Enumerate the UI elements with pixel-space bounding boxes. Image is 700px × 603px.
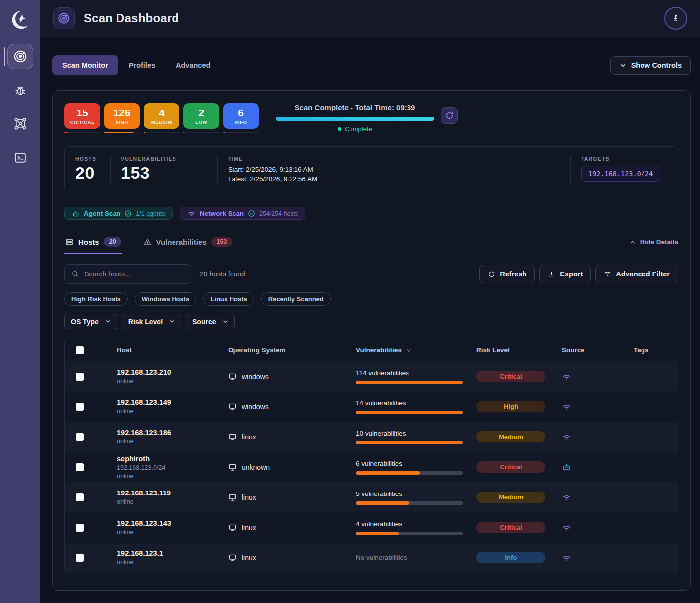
monitor-icon bbox=[228, 433, 237, 441]
hosts-count: 20 bbox=[75, 164, 110, 183]
row-checkbox[interactable] bbox=[76, 493, 84, 501]
risk-badge: High bbox=[476, 401, 545, 412]
user-avatar[interactable] bbox=[664, 7, 687, 30]
sidebar-item-scan[interactable] bbox=[7, 44, 33, 69]
chevron-up-icon bbox=[629, 239, 636, 246]
vuln-count-label: 4 vulnerabilities bbox=[356, 520, 476, 528]
host-subnet: 192.168.123.0/24 bbox=[117, 464, 228, 471]
row-checkbox[interactable] bbox=[76, 554, 84, 562]
page-title: Scan Dashboard bbox=[84, 11, 179, 25]
col-host[interactable]: Host bbox=[117, 346, 228, 354]
tab-scan-monitor[interactable]: Scan Monitor bbox=[52, 55, 118, 75]
os-type-select[interactable]: OS Type bbox=[64, 314, 117, 329]
vuln-count-label: 14 vulnerabilities bbox=[356, 399, 476, 407]
wifi-icon bbox=[562, 523, 634, 532]
target-cidr-chip[interactable]: 192.168.123.0/24 bbox=[581, 166, 660, 182]
severity-critical-bar bbox=[64, 132, 100, 133]
wifi-icon bbox=[562, 553, 634, 562]
vuln-bar bbox=[356, 381, 463, 384]
chip-linux-hosts[interactable]: Linux Hosts bbox=[203, 292, 254, 306]
tab-advanced[interactable]: Advanced bbox=[166, 55, 221, 75]
table-row[interactable]: 192.168.123.210 online windows 114 vulne… bbox=[65, 361, 678, 391]
os-label: unknown bbox=[242, 463, 270, 471]
vuln-count-label: 5 vulnerabilities bbox=[356, 490, 476, 497]
risk-level-select[interactable]: Risk Level bbox=[122, 314, 181, 329]
severity-critical[interactable]: 15CRITICAL bbox=[64, 103, 100, 133]
select-all-checkbox[interactable] bbox=[76, 346, 84, 354]
scan-type-badges: Agent Scan 1/1 agents Network Scan bbox=[64, 207, 678, 220]
risk-badge: Medium bbox=[476, 492, 545, 503]
monitor-icon bbox=[228, 402, 237, 411]
sidebar-item-network[interactable] bbox=[7, 111, 33, 137]
vuln-count-label: No vulnerabilities bbox=[356, 554, 476, 561]
nav-tabs-row: Scan Monitor Profiles Advanced Show Cont… bbox=[52, 55, 691, 75]
col-risk-level[interactable]: Risk Level bbox=[476, 346, 562, 354]
advanced-filter-button[interactable]: Advanced Filter bbox=[595, 265, 678, 283]
hosts-count-badge: 20 bbox=[104, 237, 121, 247]
wifi-icon bbox=[562, 432, 634, 441]
host-name: 192.168.123.143 bbox=[117, 519, 228, 527]
severity-low[interactable]: 2LOW bbox=[183, 103, 219, 133]
server-icon bbox=[65, 238, 74, 246]
severity-info[interactable]: 6INFO bbox=[223, 103, 259, 133]
source-select[interactable]: Source bbox=[186, 314, 234, 329]
agent-icon bbox=[72, 210, 80, 218]
host-name: 192.168.123.149 bbox=[117, 398, 228, 406]
vulnerabilities-count: 153 bbox=[121, 164, 217, 183]
sidebar-item-terminal[interactable] bbox=[7, 145, 33, 170]
vuln-count-label: 6 vulnerabilities bbox=[356, 460, 476, 467]
chip-high-risk-hosts[interactable]: High Risk Hosts bbox=[64, 292, 128, 306]
scan-refresh-button[interactable] bbox=[441, 107, 458, 124]
content: Scan Monitor Profiles Advanced Show Cont… bbox=[40, 37, 700, 603]
agent-scan-badge[interactable]: Agent Scan 1/1 agents bbox=[64, 207, 173, 220]
table-row[interactable]: 192.168.123.119 online linux 5 vulnerabi… bbox=[65, 482, 678, 512]
scan-status-title: Scan Complete - Total Time: 09:39 bbox=[276, 103, 434, 111]
sort-chevron-icon bbox=[406, 347, 412, 354]
col-operating-system[interactable]: Operating System bbox=[228, 346, 356, 354]
col-vulnerabilities[interactable]: Vulnerabilities bbox=[356, 346, 476, 354]
severity-high[interactable]: 126HIGH bbox=[104, 103, 140, 133]
host-status: online bbox=[117, 408, 228, 415]
severity-info-bar bbox=[223, 132, 259, 133]
network-scan-badge[interactable]: Network Scan 254/254 hosts bbox=[180, 207, 306, 220]
scan-progress-track bbox=[276, 117, 434, 121]
monitor-icon bbox=[228, 493, 237, 502]
row-checkbox[interactable] bbox=[76, 524, 84, 532]
table-row[interactable]: 192.168.123.1 online linux No vulnerabil… bbox=[65, 543, 678, 573]
col-source[interactable]: Source bbox=[562, 346, 634, 354]
quick-filters: High Risk Hosts Windows Hosts Linux Host… bbox=[53, 284, 690, 306]
results-count: 20 hosts found bbox=[200, 270, 245, 278]
table-row[interactable]: 192.168.123.143 online linux 4 vulnerabi… bbox=[65, 512, 678, 543]
refresh-button[interactable]: Refresh bbox=[479, 265, 535, 283]
row-checkbox[interactable] bbox=[76, 433, 84, 441]
warning-triangle-icon bbox=[143, 238, 152, 246]
row-checkbox[interactable] bbox=[76, 373, 84, 381]
hosts-toolbar: 20 hosts found Refresh Expor bbox=[53, 254, 690, 284]
sidebar-item-bug[interactable] bbox=[7, 77, 33, 103]
stat-vulnerabilities: VULNERABILITIES 153 bbox=[111, 156, 218, 183]
hide-details-button[interactable]: Hide Details bbox=[629, 238, 678, 254]
wifi-icon bbox=[562, 493, 634, 502]
table-row[interactable]: 192.168.123.149 online windows 14 vulner… bbox=[65, 391, 678, 422]
agent-icon bbox=[562, 462, 634, 472]
scan-status: Scan Complete - Total Time: 09:39 Comple… bbox=[276, 103, 434, 133]
table-row[interactable]: 192.168.123.186 online linux 10 vulnerab… bbox=[65, 422, 678, 452]
show-controls-button[interactable]: Show Controls bbox=[610, 56, 691, 75]
row-checkbox[interactable] bbox=[76, 463, 84, 471]
chip-windows-hosts[interactable]: Windows Hosts bbox=[135, 292, 197, 306]
row-checkbox[interactable] bbox=[76, 403, 84, 411]
time-latest: Latest: 2/25/2026, 9:22:56 AM bbox=[228, 175, 570, 183]
os-label: linux bbox=[242, 524, 256, 532]
tab-hosts[interactable]: Hosts 20 bbox=[64, 232, 122, 254]
export-button[interactable]: Export bbox=[539, 265, 591, 283]
tab-vulnerabilities[interactable]: Vulnerabilities 153 bbox=[142, 232, 233, 254]
host-status: online bbox=[117, 438, 228, 445]
search-input[interactable] bbox=[84, 270, 184, 278]
col-tags[interactable]: Tags bbox=[634, 346, 678, 354]
severity-medium[interactable]: 4MEDIUM bbox=[144, 103, 179, 133]
table-row[interactable]: sephiroth 192.168.123.0/24 online unknow… bbox=[65, 452, 678, 482]
chip-recently-scanned[interactable]: Recently Scanned bbox=[261, 292, 331, 306]
chevron-down-icon bbox=[619, 62, 627, 69]
tab-profiles[interactable]: Profiles bbox=[118, 55, 166, 75]
os-label: linux bbox=[242, 433, 256, 441]
